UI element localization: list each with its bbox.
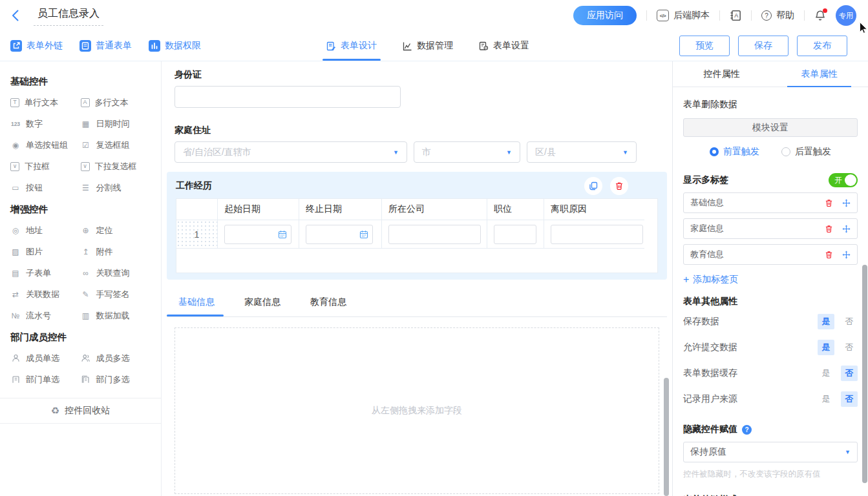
subform-col-start-date: 起始日期 — [218, 199, 299, 220]
yes-option[interactable]: 是 — [818, 366, 834, 381]
add-tab-page-button[interactable]: + 添加标签页 — [683, 274, 858, 285]
palette-item-serial-number[interactable]: №流水号 — [10, 305, 81, 326]
notifications-button[interactable] — [814, 10, 826, 21]
departments-icon — [81, 375, 91, 384]
publish-button[interactable]: 发布 — [797, 36, 847, 56]
palette-item-single-line-text[interactable]: T单行文本 — [10, 92, 81, 113]
subform-work-experience[interactable]: 工作经历 起始日期 终止日期 所在公司 职位 离职原因 1 — [167, 172, 667, 280]
city-select[interactable]: 市 ▼ — [414, 141, 520, 163]
no-option[interactable]: 否 — [841, 314, 858, 329]
panel-scrollbar[interactable] — [862, 265, 867, 483]
tab-form-properties[interactable]: 表单属性 — [770, 61, 868, 87]
tab-control-properties[interactable]: 控件属性 — [673, 61, 770, 87]
no-option[interactable]: 否 — [841, 366, 858, 381]
save-button[interactable]: 保存 — [738, 36, 789, 56]
company-input[interactable] — [388, 225, 481, 244]
position-input[interactable] — [494, 225, 536, 244]
palette-item-member-multi[interactable]: 成员多选 — [81, 347, 151, 369]
question-circle-icon: ? — [761, 10, 772, 21]
tab-form-settings[interactable]: 表单设置 — [479, 31, 529, 61]
start-date-input[interactable] — [224, 225, 291, 244]
palette-item-data-load[interactable]: ▥数据加载 — [81, 305, 151, 326]
drag-drop-zone[interactable]: 从左侧拖拽来添加字段 — [175, 327, 659, 494]
normal-form-tab[interactable]: 普通表单 — [79, 40, 132, 52]
radio-post-trigger[interactable]: 后置触发 — [781, 146, 831, 158]
palette-item-dept-single[interactable]: 部门单选 — [10, 369, 81, 390]
back-button[interactable] — [12, 8, 26, 23]
palette-item-multi-select[interactable]: ∨下拉复选框 — [81, 156, 151, 177]
module-settings-button[interactable]: 模块设置 — [683, 118, 858, 137]
palette-item-select[interactable]: ∨下拉框 — [10, 156, 81, 177]
province-select[interactable]: 省/自治区/直辖市 ▼ — [175, 141, 407, 163]
canvas-tab-family-info[interactable]: 家庭信息 — [244, 296, 281, 316]
divider-icon: ☰ — [81, 183, 91, 192]
delete-tab-button[interactable] — [825, 199, 833, 207]
palette-section-title: 增强控件 — [10, 203, 151, 216]
yes-option[interactable]: 是 — [818, 340, 834, 355]
app-access-button[interactable]: 应用访问 — [573, 6, 637, 25]
delete-tab-button[interactable] — [825, 251, 833, 259]
single-line-text-icon: T — [10, 98, 19, 107]
id-card-input[interactable] — [175, 86, 401, 108]
delete-data-label: 表单删除数据 — [683, 99, 858, 110]
palette-item-address[interactable]: ◎地址 — [10, 220, 81, 241]
calendar-icon: ▦ — [81, 119, 91, 129]
palette-item-image[interactable]: ▨图片 — [10, 241, 81, 262]
no-option[interactable]: 否 — [841, 340, 858, 355]
multi-tab-toggle[interactable]: 开 — [829, 173, 858, 187]
delete-tab-button[interactable] — [825, 225, 833, 233]
form-design-icon — [326, 41, 336, 51]
yes-option[interactable]: 是 — [818, 314, 834, 329]
district-select[interactable]: 区/县 ▼ — [527, 141, 637, 163]
preview-button[interactable]: 预览 — [679, 36, 730, 56]
no-option[interactable]: 否 — [841, 391, 858, 407]
page-title[interactable]: 员工信息录入 — [34, 6, 103, 26]
leave-reason-input[interactable] — [551, 225, 643, 244]
data-permission-tab[interactable]: 数据权限 — [149, 40, 201, 52]
tab-page-item-family[interactable]: 家庭信息 — [683, 218, 858, 239]
palette-item-checkbox-group[interactable]: ☑复选框组 — [81, 134, 151, 156]
palette-item-attachment[interactable]: ↥附件 — [81, 241, 151, 262]
hidden-value-select[interactable]: 保持原值 ▼ — [683, 442, 858, 462]
move-tab-handle[interactable] — [842, 225, 851, 233]
palette-item-linked-data[interactable]: ⇄关联数据 — [10, 284, 81, 305]
tab-data-manage[interactable]: 数据管理 — [403, 31, 453, 61]
copy-control-button[interactable] — [584, 177, 602, 195]
form-toolbar: 表单外链 普通表单 数据权限 表单设计 — [0, 31, 868, 61]
delete-control-button[interactable] — [610, 177, 628, 195]
palette-item-divider[interactable]: ☰分割线 — [81, 177, 151, 198]
avatar[interactable]: 专用 — [836, 5, 856, 26]
palette-item-subform[interactable]: ▤子表单 — [10, 262, 81, 284]
palette-item-dept-multi[interactable]: 部门多选 — [81, 369, 151, 390]
palette-item-number[interactable]: 123数字 — [10, 113, 81, 134]
palette-item-signature[interactable]: ✎手写签名 — [81, 284, 151, 305]
canvas-tab-basic-info[interactable]: 基础信息 — [178, 296, 215, 316]
palette-item-button[interactable]: ▭按钮 — [10, 177, 81, 198]
help-tooltip-icon[interactable]: ? — [742, 425, 752, 435]
move-icon — [842, 225, 851, 233]
tab-form-design[interactable]: 表单设计 — [326, 31, 377, 61]
yes-option[interactable]: 是 — [818, 391, 834, 407]
backend-script-button[interactable]: </> 后端脚本 — [657, 10, 710, 21]
canvas-scrollbar[interactable] — [664, 378, 669, 496]
move-tab-handle[interactable] — [842, 199, 851, 207]
address-book-button[interactable]: A — [730, 10, 741, 21]
tab-page-item-education[interactable]: 教育信息 — [683, 244, 858, 265]
palette-item-member-single[interactable]: 成员单选 — [10, 347, 81, 369]
palette-item-multi-line-text[interactable]: A多行文本 — [81, 92, 151, 113]
tab-page-item-basic[interactable]: 基础信息 — [683, 192, 858, 213]
move-tab-handle[interactable] — [842, 251, 851, 259]
canvas-tab-education-info[interactable]: 教育信息 — [310, 296, 346, 316]
subform-col-index — [176, 199, 218, 220]
radio-pre-trigger[interactable]: 前置触发 — [710, 146, 759, 158]
caret-down-icon: ▼ — [506, 149, 512, 156]
palette-item-location[interactable]: ⊕定位 — [81, 220, 151, 241]
palette-item-datetime[interactable]: ▦日期时间 — [81, 113, 151, 134]
form-external-link-tab[interactable]: 表单外链 — [10, 40, 63, 52]
palette-item-radio-group[interactable]: ◉单选按钮组 — [10, 134, 81, 156]
control-recycle-bin[interactable]: ♻ 控件回收站 — [0, 398, 161, 424]
end-date-input[interactable] — [306, 225, 373, 244]
dropdown-icon: ∨ — [10, 162, 19, 171]
help-button[interactable]: ? 帮助 — [761, 10, 794, 21]
palette-item-linked-query[interactable]: ∞关联查询 — [81, 262, 151, 284]
